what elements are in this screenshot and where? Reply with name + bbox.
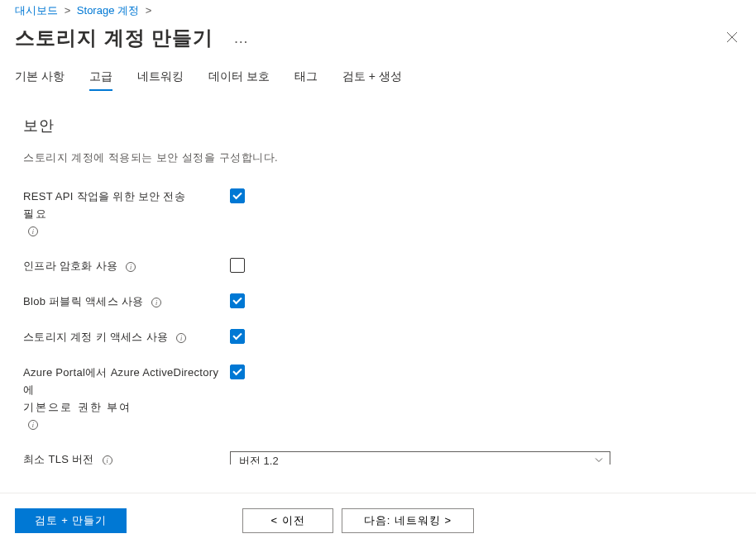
label-blob-public: Blob 퍼블릭 액세스 사용	[23, 293, 230, 311]
field-secure-transfer: REST API 작업을 위한 보안 전송 필요	[23, 188, 741, 240]
close-icon	[726, 31, 738, 43]
tab-review[interactable]: 검토 + 생성	[342, 64, 402, 93]
select-value: 버전 1.2	[239, 454, 279, 465]
field-key-access: 스토리지 계정 키 액세스 사용	[23, 329, 741, 346]
checkbox-blob-public[interactable]	[230, 293, 245, 308]
footer-bar: 검토 + 만들기 < 이전 다음: 네트워킹 >	[0, 493, 756, 548]
breadcrumb-dashboard[interactable]: 대시보드	[15, 4, 58, 17]
more-icon[interactable]: …	[233, 30, 250, 47]
tab-tags[interactable]: 태그	[294, 64, 318, 93]
breadcrumb-separator: >	[65, 4, 71, 17]
page-header: 스토리지 계정 만들기 …	[0, 18, 756, 64]
label-text: 기본으로 권한 부여	[23, 399, 223, 417]
label-text: 필요	[23, 206, 223, 223]
review-create-button[interactable]: 검토 + 만들기	[15, 508, 127, 533]
select-min-tls[interactable]: 버전 1.2	[230, 451, 610, 465]
page-title: 스토리지 계정 만들기	[15, 25, 213, 51]
checkbox-aad-default[interactable]	[230, 365, 245, 379]
label-text: REST API 작업을 위한 보안 전송	[23, 190, 185, 203]
previous-button[interactable]: < 이전	[242, 508, 333, 533]
checkbox-key-access[interactable]	[230, 329, 245, 344]
checkbox-infra-encryption[interactable]	[230, 258, 245, 273]
field-blob-public: Blob 퍼블릭 액세스 사용	[23, 293, 741, 311]
tab-advanced[interactable]: 고급	[89, 64, 112, 93]
label-aad-default: Azure Portal에서 Azure ActiveDirectory에 기본…	[23, 365, 230, 433]
label-text: 최소 TLS 버전	[23, 453, 94, 465]
label-min-tls: 최소 TLS 버전	[23, 451, 230, 465]
field-infra-encryption: 인프라 암호화 사용	[23, 258, 741, 275]
breadcrumb-storage-accounts[interactable]: Storage 계정	[77, 4, 139, 17]
label-text: 인프라 암호화 사용	[23, 260, 117, 272]
form-scroll-area[interactable]: 보안 스토리지 계정에 적용되는 보안 설정을 구성합니다. REST API …	[0, 93, 756, 465]
info-icon[interactable]	[28, 226, 38, 236]
checkbox-secure-transfer[interactable]	[230, 188, 245, 203]
field-min-tls: 최소 TLS 버전 버전 1.2	[23, 451, 741, 465]
tabs: 기본 사항 고급 네트워킹 데이터 보호 태그 검토 + 생성	[0, 64, 756, 93]
breadcrumb: 대시보드 > Storage 계정 >	[0, 0, 756, 18]
info-icon[interactable]	[103, 455, 112, 465]
tab-data-protection[interactable]: 데이터 보호	[208, 64, 270, 93]
info-icon[interactable]	[28, 420, 38, 430]
section-title-security: 보안	[23, 116, 741, 136]
label-infra-encryption: 인프라 암호화 사용	[23, 258, 230, 275]
label-text: 스토리지 계정 키 액세스 사용	[23, 331, 168, 343]
info-icon[interactable]	[151, 298, 161, 307]
label-text: Blob 퍼블릭 액세스 사용	[23, 295, 143, 307]
tab-basic[interactable]: 기본 사항	[15, 64, 65, 93]
label-text: Azure Portal에서 Azure ActiveDirectory에	[23, 366, 218, 396]
close-button[interactable]	[723, 26, 741, 50]
field-aad-default: Azure Portal에서 Azure ActiveDirectory에 기본…	[23, 365, 741, 433]
section-description: 스토리지 계정에 적용되는 보안 설정을 구성합니다.	[23, 150, 741, 165]
tab-networking[interactable]: 네트워킹	[137, 64, 184, 93]
breadcrumb-separator: >	[146, 4, 152, 17]
info-icon[interactable]	[126, 262, 136, 272]
label-secure-transfer: REST API 작업을 위한 보안 전송 필요	[23, 188, 230, 240]
label-key-access: 스토리지 계정 키 액세스 사용	[23, 329, 230, 346]
info-icon[interactable]	[176, 333, 186, 343]
next-button[interactable]: 다음: 네트워킹 >	[342, 508, 474, 533]
